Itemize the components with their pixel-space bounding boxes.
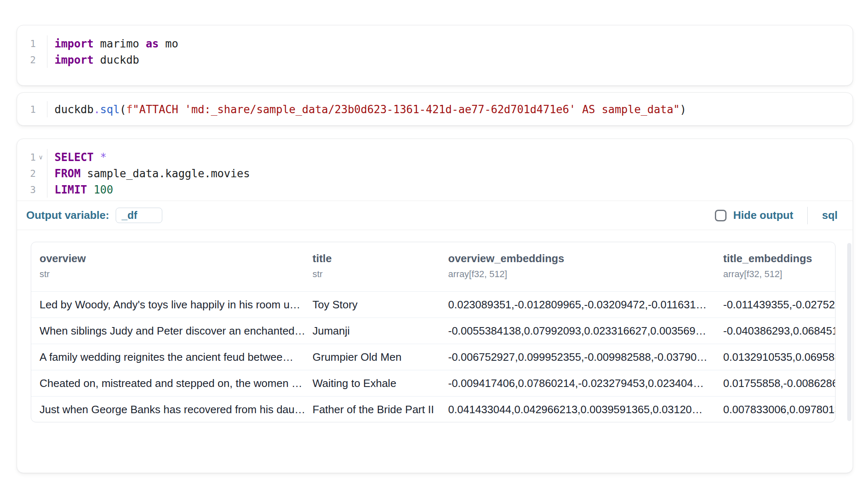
keyword-token: SELECT: [55, 151, 94, 164]
cell-overview: When siblings Judy and Peter discover an…: [31, 325, 304, 337]
cell-title: Father of the Bride Part II: [304, 403, 440, 416]
fstring-prefix-token: f: [126, 103, 133, 116]
operator-token: *: [100, 151, 107, 164]
output-variable-input[interactable]: _df: [116, 208, 162, 223]
cell-overview-embeddings: -0.006752927,0.099952355,-0.009982588,-0…: [440, 351, 715, 364]
table-row[interactable]: Just when George Banks has recovered fro…: [31, 396, 835, 422]
line-number: 1: [23, 38, 36, 49]
column-type: array[f32, 512]: [723, 269, 829, 280]
output-variable-value: _df: [122, 209, 137, 221]
line-number-gutter: 1 2: [17, 35, 47, 68]
code-token: mo: [159, 37, 178, 50]
line-number: 2: [23, 168, 36, 179]
cell-title: Grumpier Old Men: [304, 351, 440, 364]
code-line[interactable]: SELECT *: [47, 149, 853, 165]
cell-title-embeddings: -0.011439355,-0.02752583: [715, 298, 835, 311]
table-scrollbar[interactable]: [847, 243, 851, 421]
cell-overview: A family wedding reignites the ancient f…: [31, 351, 304, 364]
keyword-token: FROM: [55, 167, 81, 180]
fold-chevron-icon[interactable]: ∨: [37, 154, 45, 161]
sql-cell: 1∨ 2 3 SELECT * FROM sample_data.kaggle.…: [17, 139, 853, 473]
cell-title-embeddings: 0.0132910535,0.0695883: [715, 351, 835, 364]
line-number-gutter: 1: [17, 101, 47, 117]
code-token: duckdb: [94, 54, 139, 66]
operator-token: .: [94, 103, 100, 116]
code-token: duckdb: [55, 103, 94, 116]
column-name: title: [312, 252, 434, 265]
string-token: "ATTACH 'md:_share/sample_data/23b0d623-…: [133, 103, 680, 116]
code-token: [87, 184, 94, 196]
keyword-token: import: [55, 37, 94, 50]
function-token: sql: [100, 103, 120, 116]
column-type: array[f32, 512]: [448, 269, 709, 280]
column-header-title-embeddings[interactable]: title_embeddings array[f32, 512]: [715, 242, 835, 291]
code-line[interactable]: duckdb.sql(f"ATTACH 'md:_share/sample_da…: [47, 101, 853, 117]
table-header-row: overview str title str overview_embeddin…: [31, 242, 835, 291]
cell-title: Jumanji: [304, 325, 440, 337]
cell-overview: Just when George Banks has recovered fro…: [31, 403, 304, 416]
line-number: 2: [23, 55, 36, 65]
cell-title-embeddings: -0.040386293,0.06845112: [715, 325, 835, 337]
hide-output-checkbox[interactable]: [715, 210, 727, 221]
line-number-gutter: 1∨ 2 3: [17, 149, 47, 198]
keyword-token: import: [55, 54, 94, 66]
column-name: title_embeddings: [723, 252, 829, 265]
cell-overview-embeddings: -0.009417406,0.07860214,-0.023279453,0.0…: [440, 377, 715, 390]
column-header-overview-embeddings[interactable]: overview_embeddings array[f32, 512]: [440, 242, 715, 291]
code-line[interactable]: FROM sample_data.kaggle.movies: [47, 165, 853, 181]
code-line[interactable]: import duckdb: [47, 52, 853, 68]
column-header-title[interactable]: title str: [304, 242, 440, 291]
code-token: ): [680, 103, 687, 116]
code-cell-imports: 1 2 import marimo as mo import duckdb: [17, 25, 853, 86]
number-token: 100: [94, 184, 113, 196]
code-cell-attach: 1 duckdb.sql(f"ATTACH 'md:_share/sample_…: [17, 92, 853, 126]
code-editor: 1∨ 2 3 SELECT * FROM sample_data.kaggle.…: [17, 139, 853, 198]
cell-title-embeddings: 0.01755858,-0.00862866: [715, 377, 835, 390]
line-number: 1: [23, 104, 36, 115]
code-token: (: [120, 103, 126, 116]
column-type: str: [312, 269, 434, 280]
table-row[interactable]: Cheated on, mistreated and stepped on, t…: [31, 370, 835, 396]
line-number: 3: [23, 184, 36, 195]
cell-overview-embeddings: 0.023089351,-0.012809965,-0.03209472,-0.…: [440, 298, 715, 311]
code-token: marimo: [94, 37, 146, 50]
code-token: [94, 151, 100, 164]
code-editor: 1 duckdb.sql(f"ATTACH 'md:_share/sample_…: [17, 93, 853, 117]
cell-overview-embeddings: 0.041433044,0.042966213,0.0039591365,0.0…: [440, 403, 715, 416]
column-name: overview: [40, 252, 298, 265]
keyword-token: LIMIT: [55, 184, 87, 196]
cell-overview: Led by Woody, Andy's toys live happily i…: [31, 298, 304, 311]
cell-title-embeddings: 0.007833006,0.09780135: [715, 403, 835, 416]
result-table: overview str title str overview_embeddin…: [31, 242, 836, 422]
keyword-token: as: [146, 37, 159, 50]
hide-output-label: Hide output: [733, 209, 793, 222]
code-line[interactable]: LIMIT 100: [47, 181, 853, 198]
code-line[interactable]: import marimo as mo: [47, 35, 853, 52]
table-row[interactable]: When siblings Judy and Peter discover an…: [31, 317, 835, 344]
cell-title: Waiting to Exhale: [304, 377, 440, 390]
language-badge-sql[interactable]: sql: [822, 209, 838, 222]
table-row[interactable]: A family wedding reignites the ancient f…: [31, 344, 835, 370]
line-number: 1: [23, 152, 36, 163]
marimo-notebook: { "colors": { "keyword": "#770088", "str…: [0, 0, 868, 496]
table-row[interactable]: Led by Woody, Andy's toys live happily i…: [31, 291, 835, 317]
output-variable-label: Output variable:: [26, 209, 109, 222]
column-name: overview_embeddings: [448, 252, 709, 265]
column-header-overview[interactable]: overview str: [31, 242, 304, 291]
column-type: str: [40, 269, 298, 280]
output-variable-bar: Output variable: _df Hide output sql: [17, 201, 853, 230]
code-editor: 1 2 import marimo as mo import duckdb: [17, 25, 853, 68]
cell-title: Toy Story: [304, 298, 440, 311]
cell-overview: Cheated on, mistreated and stepped on, t…: [31, 377, 304, 390]
cell-overview-embeddings: -0.0055384138,0.07992093,0.023316627,0.0…: [440, 325, 715, 337]
code-token: sample_data.kaggle.movies: [81, 167, 250, 180]
divider: [807, 207, 808, 224]
